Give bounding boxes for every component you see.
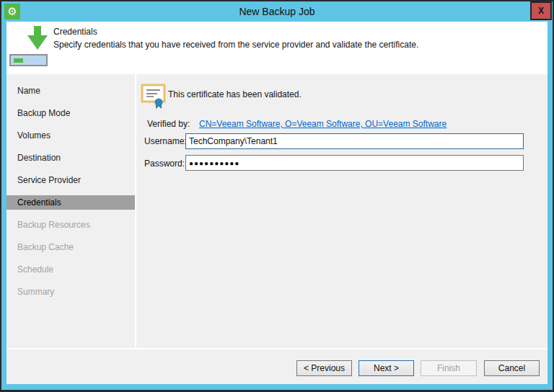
- sidebar-item-credentials[interactable]: Credentials: [6, 195, 135, 210]
- sidebar-item-backup-cache[interactable]: Backup Cache: [6, 240, 135, 254]
- sidebar-item-name[interactable]: Name: [6, 84, 135, 98]
- gear-icon: ⚙: [4, 4, 20, 19]
- step-title: Credentials: [53, 27, 97, 37]
- username-label: Username:: [144, 136, 187, 146]
- sidebar-item-destination[interactable]: Destination: [6, 151, 135, 165]
- certificate-status-text: This certificate has been validated.: [168, 89, 302, 99]
- verified-by-label: Verified by:: [147, 119, 190, 129]
- window-title: New Backup Job: [0, 1, 554, 22]
- close-icon: X: [538, 6, 544, 16]
- progress-bar-icon: [9, 54, 48, 66]
- password-input[interactable]: [185, 155, 524, 171]
- sidebar-item-service-provider[interactable]: Service Provider: [6, 173, 135, 187]
- sidebar-item-backup-resources[interactable]: Backup Resources: [6, 218, 135, 232]
- progress-bar-fill: [14, 58, 23, 63]
- certificate-seal-icon: [141, 83, 168, 110]
- next-button[interactable]: Next >: [359, 360, 414, 376]
- previous-button[interactable]: < Previous: [296, 360, 352, 376]
- cancel-button[interactable]: Cancel: [484, 360, 540, 376]
- password-label: Password:: [144, 159, 185, 169]
- sidebar-item-backup-mode[interactable]: Backup Mode: [6, 106, 135, 120]
- finish-button: Finish: [421, 360, 477, 376]
- sidebar-item-schedule[interactable]: Schedule: [6, 262, 135, 277]
- close-button[interactable]: X: [530, 1, 552, 20]
- step-description: Specify credentials that you have receiv…: [53, 40, 418, 50]
- wizard-content: [136, 74, 548, 348]
- certificate-subject-link[interactable]: CN=Veeam Software, O=Veeam Software, OU=…: [199, 119, 447, 129]
- sidebar-item-volumes[interactable]: Volumes: [6, 128, 135, 143]
- username-input[interactable]: [185, 133, 524, 149]
- sidebar-item-summary[interactable]: Summary: [6, 285, 135, 299]
- green-down-arrow-icon: [27, 26, 48, 50]
- new-backup-job-dialog: New Backup Job ⚙ X Credentials Specify c…: [0, 0, 554, 392]
